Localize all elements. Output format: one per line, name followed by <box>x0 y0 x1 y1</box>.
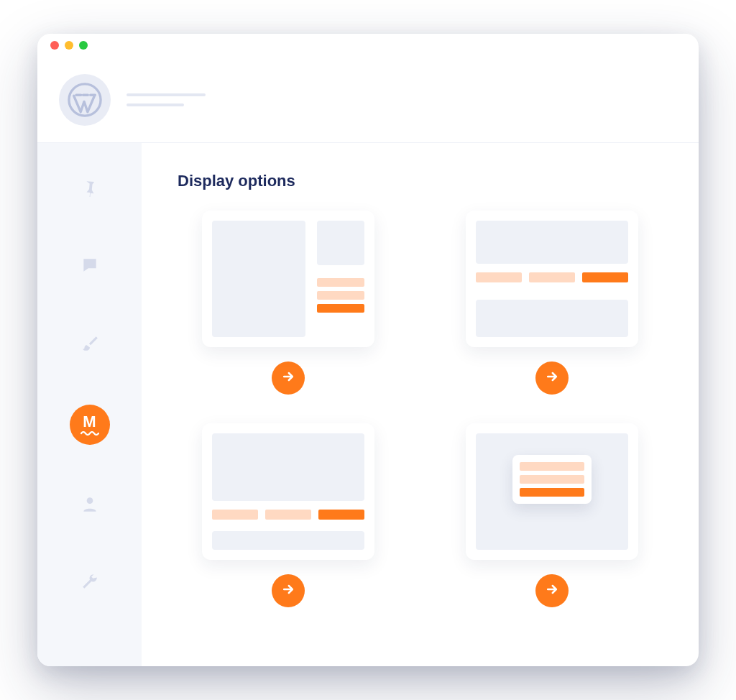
wordpress-logo <box>59 74 111 126</box>
sidebar-item-appearance[interactable] <box>73 327 107 361</box>
layout-preview-banner-row[interactable] <box>466 211 638 347</box>
browser-window: M Display options <box>37 34 699 666</box>
sidebar-item-users[interactable] <box>73 488 107 522</box>
brush-icon <box>80 333 99 355</box>
window-minimize-button[interactable] <box>65 41 73 50</box>
section-title: Display options <box>178 172 663 190</box>
select-layout-button[interactable] <box>272 574 305 607</box>
select-layout-button[interactable] <box>535 361 569 395</box>
m-logo-icon: M <box>83 414 96 430</box>
accent-bar-solid <box>317 304 364 313</box>
display-options-grid <box>178 211 663 607</box>
placeholder-block <box>212 221 305 337</box>
wrench-icon <box>80 572 99 594</box>
header-placeholder-text <box>126 93 206 106</box>
arrow-right-icon <box>281 582 295 599</box>
sidebar-item-plugin-m[interactable]: M <box>70 405 110 445</box>
accent-bar-light <box>317 278 364 287</box>
arrow-right-icon <box>281 369 295 387</box>
main-content: Display options <box>142 143 699 666</box>
layout-preview-sidebar[interactable] <box>202 211 374 347</box>
placeholder-block <box>476 221 628 264</box>
accent-bar-solid <box>520 488 584 497</box>
wave-underline-icon <box>80 431 99 436</box>
display-option-banner-bottom <box>178 423 399 607</box>
svg-point-1 <box>86 497 93 504</box>
accent-bar-solid <box>582 272 628 282</box>
accent-bar-light <box>520 462 584 471</box>
placeholder-block <box>476 300 628 337</box>
sidebar-item-pin[interactable] <box>73 172 107 206</box>
accent-bar-light <box>529 272 575 282</box>
admin-sidebar: M <box>37 143 142 666</box>
popup-preview <box>512 455 592 504</box>
accent-bar-light <box>317 291 364 300</box>
accent-bar-light <box>476 272 522 282</box>
window-close-button[interactable] <box>50 41 59 50</box>
sidebar-item-comments[interactable] <box>73 249 107 284</box>
window-maximize-button[interactable] <box>79 41 88 50</box>
comment-icon <box>80 256 99 277</box>
layout-preview-popup[interactable] <box>466 423 638 560</box>
select-layout-button[interactable] <box>272 361 305 395</box>
display-option-banner-row <box>442 211 663 395</box>
accent-bar-light <box>520 475 584 484</box>
placeholder-block <box>317 221 364 265</box>
arrow-right-icon <box>545 369 559 387</box>
accent-bar-light <box>212 510 258 520</box>
accent-bar-solid <box>318 510 364 520</box>
app-header <box>37 57 699 143</box>
display-option-popup <box>442 423 663 607</box>
svg-point-0 <box>69 83 101 115</box>
layout-preview-banner-bottom[interactable] <box>202 423 374 560</box>
display-option-sidebar <box>178 211 399 395</box>
placeholder-block <box>212 531 364 550</box>
pin-icon <box>80 178 99 200</box>
select-layout-button[interactable] <box>535 574 569 607</box>
user-icon <box>80 494 99 516</box>
sidebar-item-tools[interactable] <box>73 566 107 600</box>
placeholder-block <box>212 433 364 501</box>
accent-bar-light <box>265 510 311 520</box>
arrow-right-icon <box>545 582 559 599</box>
window-titlebar <box>37 34 699 57</box>
